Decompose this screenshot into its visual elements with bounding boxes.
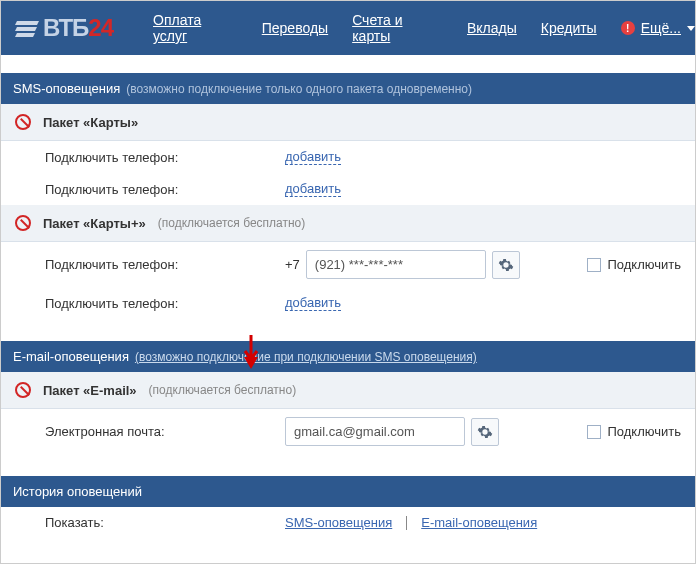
connect-checkbox[interactable] xyxy=(587,425,601,439)
sms-package-cards-plus-note: (подключается бесплатно) xyxy=(158,216,306,230)
nav-transfers[interactable]: Переводы xyxy=(262,20,328,36)
section-history-title: История оповещений xyxy=(13,484,142,499)
gear-icon xyxy=(498,257,514,273)
brand-text: ВТБ24 xyxy=(43,14,113,42)
email-label: Электронная почта: xyxy=(45,424,285,439)
main-nav: Оплата услуг Переводы Счета и карты Вкла… xyxy=(153,12,695,44)
phone-prefix: +7 xyxy=(285,257,300,272)
history-sms-link[interactable]: SMS-оповещения xyxy=(285,515,392,530)
settings-button[interactable] xyxy=(471,418,499,446)
app-header: ВТБ24 Оплата услуг Переводы Счета и карт… xyxy=(1,1,695,55)
brand-logo: ВТБ24 xyxy=(15,14,113,42)
email-package-title: Пакет «E-mail» xyxy=(43,383,137,398)
history-filter-row: Показать: SMS-оповещения E-mail-оповещен… xyxy=(1,507,695,538)
forbidden-icon xyxy=(15,215,31,231)
connect-checkbox[interactable] xyxy=(587,258,601,272)
section-sms-title: SMS-оповещения xyxy=(13,81,120,96)
sms-pkg1-phone1-row: Подключить телефон: добавить xyxy=(1,141,695,173)
phone-label: Подключить телефон: xyxy=(45,296,285,311)
sms-package-cards-header: Пакет «Карты» xyxy=(1,104,695,141)
gear-icon xyxy=(477,424,493,440)
nav-more-link[interactable]: Ещё... xyxy=(641,20,681,36)
sms-pkg2-phone2-row: Подключить телефон: добавить xyxy=(1,287,695,319)
caret-down-icon xyxy=(687,26,695,31)
sms-package-cards-title: Пакет «Карты» xyxy=(43,115,138,130)
sms-pkg1-phone2-row: Подключить телефон: добавить xyxy=(1,173,695,205)
brand-wing-icon xyxy=(15,19,41,37)
forbidden-icon xyxy=(15,382,31,398)
phone-label: Подключить телефон: xyxy=(45,182,285,197)
email-row: Электронная почта: Подключить xyxy=(1,409,695,454)
email-input[interactable] xyxy=(285,417,465,446)
history-show-label: Показать: xyxy=(45,515,285,530)
nav-credits[interactable]: Кредиты xyxy=(541,20,597,36)
nav-more[interactable]: ! Ещё... xyxy=(621,20,695,36)
connect-label: Подключить xyxy=(607,424,681,439)
nav-payments[interactable]: Оплата услуг xyxy=(153,12,238,44)
connect-block: Подключить xyxy=(587,257,681,272)
phone-input-block: +7 xyxy=(285,250,520,279)
add-phone-link[interactable]: добавить xyxy=(285,181,341,197)
section-history-header: История оповещений xyxy=(1,476,695,507)
connect-block: Подключить xyxy=(587,424,681,439)
phone-label: Подключить телефон: xyxy=(45,257,285,272)
nav-deposits[interactable]: Вклады xyxy=(467,20,517,36)
section-email-header: E-mail-оповещения (возможно подключение … xyxy=(1,341,695,372)
add-phone-link[interactable]: добавить xyxy=(285,295,341,311)
nav-cards[interactable]: Счета и карты xyxy=(352,12,443,44)
sms-pkg2-phone1-row: Подключить телефон: +7 Подключить xyxy=(1,242,695,287)
divider xyxy=(406,516,407,530)
sms-package-cards-plus-title: Пакет «Карты+» xyxy=(43,216,146,231)
history-email-link[interactable]: E-mail-оповещения xyxy=(421,515,537,530)
section-email-note: (возможно подключение при подключении SM… xyxy=(135,350,477,364)
phone-input[interactable] xyxy=(306,250,486,279)
alert-icon: ! xyxy=(621,21,635,35)
email-input-block xyxy=(285,417,499,446)
section-sms-note: (возможно подключение только одного паке… xyxy=(126,82,472,96)
forbidden-icon xyxy=(15,114,31,130)
sms-package-cards-plus-header: Пакет «Карты+» (подключается бесплатно) xyxy=(1,205,695,242)
email-package-note: (подключается бесплатно) xyxy=(149,383,297,397)
settings-button[interactable] xyxy=(492,251,520,279)
section-sms-header: SMS-оповещения (возможно подключение тол… xyxy=(1,73,695,104)
connect-label: Подключить xyxy=(607,257,681,272)
email-package-header: Пакет «E-mail» (подключается бесплатно) xyxy=(1,372,695,409)
phone-label: Подключить телефон: xyxy=(45,150,285,165)
section-email-title: E-mail-оповещения xyxy=(13,349,129,364)
add-phone-link[interactable]: добавить xyxy=(285,149,341,165)
